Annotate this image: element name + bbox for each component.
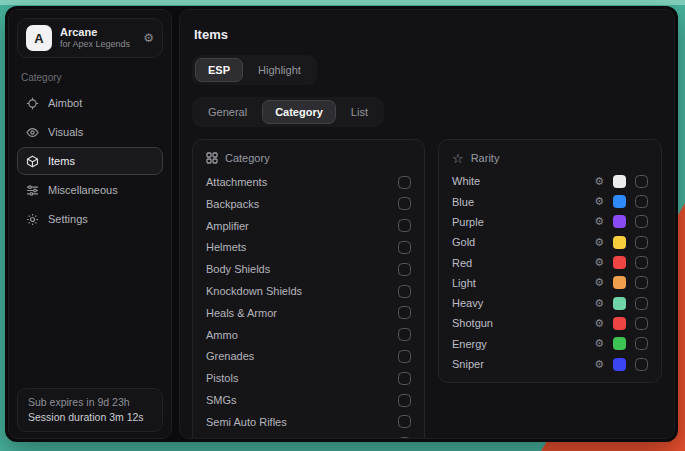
gear-icon[interactable]: ⚙ <box>594 277 604 288</box>
view-tab-general[interactable]: General <box>195 100 260 124</box>
cube-icon <box>26 155 39 168</box>
checkbox[interactable] <box>635 358 648 371</box>
rarity-row-label: White <box>452 175 480 187</box>
gear-icon[interactable]: ⚙ <box>594 176 604 187</box>
app-window: A Arcane for Apex Legends ⚙ Category Aim… <box>5 6 678 442</box>
color-swatch[interactable] <box>613 256 626 269</box>
page-title: Items <box>194 27 660 42</box>
color-swatch[interactable] <box>613 215 626 228</box>
mode-tab-highlight[interactable]: Highlight <box>245 58 314 82</box>
category-row: Helmets <box>206 237 411 259</box>
checkbox[interactable] <box>398 394 411 407</box>
sidebar-item-items[interactable]: Items <box>17 147 163 175</box>
rarity-row-label: Purple <box>452 216 484 228</box>
checkbox[interactable] <box>635 276 648 289</box>
checkbox[interactable] <box>398 306 411 319</box>
gear-icon[interactable]: ⚙ <box>594 257 604 268</box>
checkbox[interactable] <box>398 176 411 189</box>
checkbox[interactable] <box>635 215 648 228</box>
gear-icon[interactable]: ⚙ <box>594 338 604 349</box>
rarity-row-label: Heavy <box>452 297 483 309</box>
category-row: Backpacks <box>206 193 411 215</box>
checkbox[interactable] <box>635 195 648 208</box>
checkbox[interactable] <box>398 328 411 341</box>
checkbox[interactable] <box>635 175 648 188</box>
rarity-row: Heavy ⚙ <box>452 293 648 313</box>
gear-icon[interactable]: ⚙ <box>594 196 604 207</box>
checkbox[interactable] <box>398 263 411 276</box>
category-row: Pistols <box>206 367 411 389</box>
gear-icon[interactable]: ⚙ <box>594 298 604 309</box>
category-row-label: Knockdown Shields <box>206 285 302 297</box>
category-panel-title: Category <box>225 152 270 164</box>
gear-icon[interactable]: ⚙ <box>594 216 604 227</box>
rarity-row-label: Energy <box>452 338 487 350</box>
sidebar-nav: Aimbot Visuals Items Miscellaneous Setti… <box>17 89 163 233</box>
color-swatch[interactable] <box>613 236 626 249</box>
category-row-label: Grenades <box>206 350 254 362</box>
sidebar-item-aimbot[interactable]: Aimbot <box>17 89 163 117</box>
sub-expiry-text: Sub expires in 9d 23h <box>28 395 152 410</box>
eye-icon <box>26 126 39 139</box>
sliders-icon <box>26 184 39 197</box>
checkbox[interactable] <box>635 256 648 269</box>
rarity-row: Purple ⚙ <box>452 212 648 232</box>
checkbox[interactable] <box>635 337 648 350</box>
checkbox[interactable] <box>398 285 411 298</box>
color-swatch[interactable] <box>613 358 626 371</box>
sidebar-item-settings[interactable]: Settings <box>17 205 163 233</box>
view-tab-list[interactable]: List <box>338 100 381 124</box>
gear-icon[interactable]: ⚙ <box>594 359 604 370</box>
mode-tab-esp[interactable]: ESP <box>195 58 243 82</box>
view-tab-category[interactable]: Category <box>262 100 336 124</box>
category-row: Body Shields <box>206 258 411 280</box>
checkbox[interactable] <box>398 350 411 363</box>
color-swatch[interactable] <box>613 195 626 208</box>
rarity-row: Energy ⚙ <box>452 334 648 354</box>
category-panel: Category Attachments Backpacks Amplifier… <box>192 139 425 439</box>
gear-icon[interactable]: ⚙ <box>594 318 604 329</box>
checkbox[interactable] <box>398 372 411 385</box>
rarity-row: Blue ⚙ <box>452 191 648 211</box>
mode-tab-group: ESPHighlight <box>192 55 317 85</box>
color-swatch[interactable] <box>613 175 626 188</box>
category-row-label: Backpacks <box>206 198 259 210</box>
checkbox[interactable] <box>398 241 411 254</box>
category-row-label: Pistols <box>206 372 238 384</box>
category-list: Attachments Backpacks Amplifier Helmets … <box>206 171 411 439</box>
category-row-label: Semi Auto Rifles <box>206 416 287 428</box>
session-duration-text: Session duration 3m 12s <box>28 410 152 425</box>
checkbox[interactable] <box>398 437 411 439</box>
category-row: Knockdown Shields <box>206 280 411 302</box>
rarity-row-label: Red <box>452 257 472 269</box>
category-row-label: Amplifier <box>206 220 249 232</box>
rarity-panel: ☆ Rarity White ⚙ Blue ⚙ Purple ⚙ Gold ⚙ <box>438 139 662 383</box>
category-row-label: Body Shields <box>206 263 270 275</box>
category-row-label: Attachments <box>206 176 267 188</box>
color-swatch[interactable] <box>613 276 626 289</box>
sidebar-item-label: Items <box>48 155 75 167</box>
color-swatch[interactable] <box>613 337 626 350</box>
sidebar-item-miscellaneous[interactable]: Miscellaneous <box>17 176 163 204</box>
subscription-box: Sub expires in 9d 23h Session duration 3… <box>17 388 163 432</box>
checkbox[interactable] <box>635 236 648 249</box>
checkbox[interactable] <box>635 317 648 330</box>
sidebar-item-label: Visuals <box>48 126 83 138</box>
color-swatch[interactable] <box>613 297 626 310</box>
checkbox[interactable] <box>398 415 411 428</box>
category-row-label: SMGs <box>206 394 237 406</box>
rarity-row-label: Gold <box>452 236 475 248</box>
checkbox[interactable] <box>635 297 648 310</box>
gear-icon[interactable]: ⚙ <box>143 32 154 44</box>
gear-icon[interactable]: ⚙ <box>594 237 604 248</box>
category-row: Heals & Armor <box>206 302 411 324</box>
checkbox[interactable] <box>398 197 411 210</box>
category-row-label: Helmets <box>206 241 246 253</box>
sidebar-item-visuals[interactable]: Visuals <box>17 118 163 146</box>
category-row: Ammo <box>206 324 411 346</box>
app-subtitle: for Apex Legends <box>60 39 130 50</box>
color-swatch[interactable] <box>613 317 626 330</box>
rarity-panel-header: ☆ Rarity <box>452 149 648 167</box>
rarity-row: Light ⚙ <box>452 273 648 293</box>
checkbox[interactable] <box>398 219 411 232</box>
